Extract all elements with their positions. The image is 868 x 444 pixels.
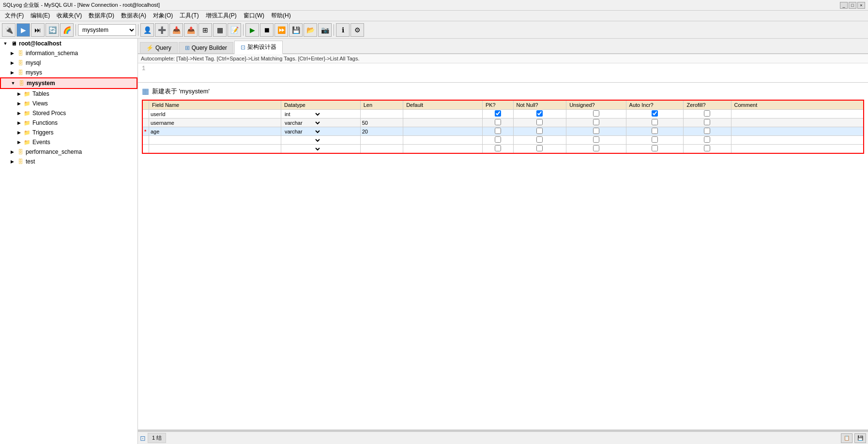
run-btn[interactable]: ▶ (245, 23, 259, 37)
menu-edit[interactable]: 编辑(E) (28, 11, 53, 21)
database-selector[interactable]: mysystem information_schema mysql mysys … (78, 24, 136, 36)
row1-field-name[interactable] (149, 110, 281, 118)
sidebar-item-information_schema[interactable]: ▶ 🗄 information_schema (0, 48, 137, 58)
row5-pk[interactable] (482, 145, 513, 154)
row3-field-name[interactable] (149, 127, 281, 136)
menu-window[interactable]: 窗口(W) (241, 11, 267, 21)
row1-comment[interactable] (731, 110, 864, 118)
table-btn[interactable]: ▦ (213, 23, 227, 37)
row5-zerofill[interactable] (684, 145, 731, 154)
row3-len[interactable] (360, 127, 403, 136)
row3-pk[interactable] (482, 127, 513, 136)
row2-default-input[interactable] (405, 120, 443, 126)
sidebar-item-triggers[interactable]: ▶ 📁 Triggers (0, 128, 137, 137)
row2-auto-incr[interactable] (626, 118, 684, 127)
row4-comment[interactable] (731, 136, 864, 145)
menu-table[interactable]: 数据表(A) (118, 11, 149, 21)
row3-unsigned[interactable] (566, 127, 626, 136)
row2-comment-input[interactable] (733, 120, 862, 126)
row1-pk[interactable] (482, 110, 513, 118)
test-expand-icon[interactable]: ▶ (9, 158, 15, 165)
row2-comment[interactable] (731, 118, 864, 127)
stored-procs-expand-icon[interactable]: ▶ (15, 110, 22, 117)
row4-type-select[interactable]: intvarchar (283, 137, 321, 144)
triggers-expand-icon[interactable]: ▶ (15, 129, 22, 136)
row5-auto-incr[interactable] (626, 145, 684, 154)
row5-unsigned[interactable] (566, 145, 626, 154)
query-area[interactable]: 1 (138, 63, 868, 83)
row4-datatype[interactable]: intvarchar (281, 136, 360, 145)
maximize-btn[interactable]: □ (849, 2, 856, 9)
row5-unsigned-check[interactable] (593, 145, 599, 151)
open-btn[interactable]: 📂 (304, 23, 317, 37)
row1-notnull-check[interactable] (536, 110, 543, 117)
row1-comment-input[interactable] (733, 111, 862, 117)
row4-autoincr-check[interactable] (652, 136, 658, 143)
mysql-expand-icon[interactable]: ▶ (9, 59, 15, 66)
functions-expand-icon[interactable]: ▶ (15, 119, 22, 126)
row3-pk-check[interactable] (495, 128, 501, 134)
row5-pk-check[interactable] (495, 145, 501, 151)
row1-pk-check[interactable] (495, 110, 501, 117)
row2-len[interactable] (360, 118, 403, 127)
row4-default[interactable] (403, 136, 483, 145)
row3-autoincr-check[interactable] (652, 128, 658, 134)
menu-advanced[interactable]: 增强工具(P) (203, 11, 240, 21)
next-btn[interactable]: ⏭ (31, 23, 45, 37)
mysystem-expand-icon[interactable]: ▼ (10, 80, 16, 87)
row3-comment-input[interactable] (733, 129, 862, 134)
row4-not-null[interactable] (513, 136, 566, 145)
row5-comment[interactable] (731, 145, 864, 154)
minimize-btn[interactable]: _ (840, 2, 848, 9)
row2-unsigned[interactable] (566, 118, 626, 127)
tables-expand-icon[interactable]: ▶ (15, 90, 22, 97)
user-btn[interactable]: 👤 (140, 23, 154, 37)
row2-not-null[interactable] (513, 118, 566, 127)
row4-zerofill-check[interactable] (704, 136, 710, 143)
row3-zerofill[interactable] (684, 127, 731, 136)
results-tab[interactable]: 1 结 (148, 433, 166, 443)
menu-help[interactable]: 帮助(H) (268, 11, 294, 21)
row3-len-input[interactable] (362, 129, 381, 134)
close-btn[interactable]: × (857, 2, 865, 9)
row1-len-input[interactable] (362, 111, 381, 117)
row1-default[interactable] (403, 110, 483, 118)
row2-autoincr-check[interactable] (652, 119, 658, 125)
sidebar-item-mysql[interactable]: ▶ 🗄 mysql (0, 58, 137, 68)
tab-query-builder[interactable]: ⊞ Query Builder (179, 42, 233, 53)
row3-auto-incr[interactable] (626, 127, 684, 136)
row3-type-select[interactable]: varcharintbigint (283, 128, 321, 135)
row5-zerofill-check[interactable] (704, 145, 710, 151)
row1-unsigned-check[interactable] (593, 110, 599, 117)
grid-btn[interactable]: ⊞ (198, 23, 212, 37)
row2-zerofill[interactable] (684, 118, 731, 127)
row1-unsigned[interactable] (566, 110, 626, 118)
row4-len[interactable] (360, 136, 403, 145)
row5-len[interactable] (360, 145, 403, 154)
sidebar-item-tables[interactable]: ▶ 📁 Tables (0, 89, 137, 99)
root-expand-icon[interactable]: ▼ (2, 40, 9, 47)
row4-field-input[interactable] (151, 137, 279, 143)
row3-unsigned-check[interactable] (593, 128, 599, 134)
row1-zerofill-check[interactable] (704, 110, 710, 117)
save-btn[interactable]: 💾 (289, 23, 303, 37)
info-btn[interactable]: ℹ (336, 23, 350, 37)
row1-zerofill[interactable] (684, 110, 731, 118)
refresh-btn[interactable]: 🔄 (46, 23, 59, 37)
sidebar-item-functions[interactable]: ▶ 📁 Functions (0, 118, 137, 128)
menu-tools[interactable]: 工具(T) (177, 11, 201, 21)
menu-object[interactable]: 对象(O) (150, 11, 176, 21)
row1-not-null[interactable] (513, 110, 566, 118)
row4-unsigned[interactable] (566, 136, 626, 145)
row5-notnull-check[interactable] (536, 145, 543, 151)
sidebar-item-test[interactable]: ▶ 🗄 test (0, 157, 137, 166)
row2-unsigned-check[interactable] (593, 119, 599, 125)
add-btn[interactable]: ➕ (155, 23, 168, 37)
row1-datatype[interactable]: intvarcharbigint (281, 110, 360, 118)
row1-len[interactable] (360, 110, 403, 118)
row3-not-null[interactable] (513, 127, 566, 136)
sidebar-item-stored-procs[interactable]: ▶ 📁 Stored Procs (0, 108, 137, 118)
row3-default[interactable] (403, 127, 483, 136)
perf-schema-expand-icon[interactable]: ▶ (9, 148, 15, 155)
menu-file[interactable]: 文件(F) (2, 11, 27, 21)
